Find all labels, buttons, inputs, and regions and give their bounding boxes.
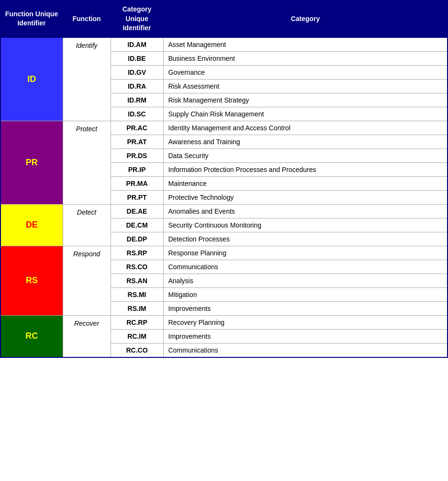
header-function: Function [63,0,111,37]
category-uid-cell: DE.DP [111,232,163,246]
category-label-cell: Improvements [163,329,448,343]
category-label-cell: Identity Management and Access Control [163,121,448,135]
header-category: Category [163,0,448,37]
category-label-cell: Data Security [163,149,448,162]
func-uid-cell: ID [0,37,63,121]
category-uid-cell: ID.SC [111,107,163,121]
category-uid-cell: DE.CM [111,218,163,232]
function-cell: Respond [63,246,111,315]
category-uid-cell: RS.CO [111,260,163,274]
category-uid-cell: RC.IM [111,329,163,343]
category-label-cell: Mitigation [163,287,448,301]
table-row: RCRecoverRC.RPRecovery Planning [0,315,448,329]
category-label-cell: Information Protection Processes and Pro… [163,162,448,176]
category-uid-cell: PR.MA [111,176,163,190]
category-uid-cell: ID.GV [111,65,163,79]
category-label-cell: Protective Technology [163,190,448,204]
func-uid-cell: RC [0,315,63,357]
category-uid-cell: RC.CO [111,343,163,357]
category-uid-cell: RS.IM [111,301,163,315]
category-label-cell: Detection Processes [163,232,448,246]
table-row: IDIdentifyID.AMAsset Management [0,37,448,52]
category-label-cell: Response Planning [163,246,448,260]
table-row: PRProtectPR.ACIdentity Management and Ac… [0,121,448,135]
table-row: RSRespondRS.RPResponse Planning [0,246,448,260]
category-label-cell: Analysis [163,274,448,287]
function-cell: Identify [63,37,111,121]
category-label-cell: Risk Management Strategy [163,93,448,107]
function-cell: Detect [63,204,111,246]
func-uid-cell: DE [0,204,63,246]
category-label-cell: Security Continuous Monitoring [163,218,448,232]
category-label-cell: Improvements [163,301,448,315]
header-cat-uid: Category Unique Identifier [111,0,163,37]
category-label-cell: Supply Chain Risk Management [163,107,448,121]
category-label-cell: Awareness and Training [163,135,448,149]
category-uid-cell: ID.AM [111,37,163,52]
category-uid-cell: PR.AT [111,135,163,149]
category-uid-cell: RS.AN [111,274,163,287]
func-uid-cell: RS [0,246,63,315]
category-label-cell: Business Environment [163,51,448,65]
category-label-cell: Governance [163,65,448,79]
category-uid-cell: ID.RM [111,93,163,107]
category-uid-cell: PR.PT [111,190,163,204]
category-label-cell: Asset Management [163,37,448,52]
category-label-cell: Communications [163,343,448,357]
category-uid-cell: RS.MI [111,287,163,301]
category-uid-cell: ID.BE [111,51,163,65]
table-row: DEDetectDE.AEAnomalies and Events [0,204,448,218]
category-label-cell: Recovery Planning [163,315,448,329]
category-label-cell: Communications [163,260,448,274]
category-uid-cell: DE.AE [111,204,163,218]
category-uid-cell: PR.DS [111,149,163,162]
header-func-uid: Function Unique Identifier [0,0,63,37]
nist-csf-table: Function Unique Identifier Function Cate… [0,0,448,358]
category-uid-cell: PR.AC [111,121,163,135]
category-label-cell: Anomalies and Events [163,204,448,218]
function-cell: Recover [63,315,111,357]
category-label-cell: Risk Assessment [163,79,448,93]
function-cell: Protect [63,121,111,204]
category-uid-cell: PR.IP [111,162,163,176]
category-uid-cell: RC.RP [111,315,163,329]
category-label-cell: Maintenance [163,176,448,190]
func-uid-cell: PR [0,121,63,204]
category-uid-cell: ID.RA [111,79,163,93]
category-uid-cell: RS.RP [111,246,163,260]
